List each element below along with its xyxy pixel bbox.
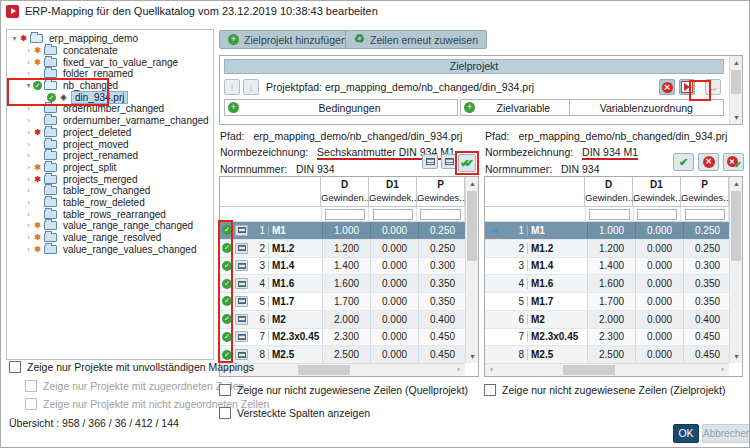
table-row[interactable]: 2M1.21.2000.0000.250 xyxy=(485,240,729,258)
reassign-rows-button[interactable]: ♻ Zeilen erneut zuweisen xyxy=(345,30,487,49)
filter-assigned-rows[interactable]: Zeige nur Projekte mit zugeordneten Zeil… xyxy=(25,380,244,392)
cancel-button[interactable]: Abbrechen xyxy=(702,424,750,443)
table-row[interactable]: 4M1.61.6000.0000.350 xyxy=(485,275,729,293)
tree-item-ordernumber_changed[interactable]: ›ordernumber_changed xyxy=(7,103,213,115)
tree-item-fixed_var_to_value_range[interactable]: ›✱fixed_var_to_value_range xyxy=(7,56,213,68)
reject-accept-button[interactable]: ✕✔ xyxy=(723,153,744,171)
chevron-right-icon[interactable]: › xyxy=(24,198,33,207)
table-row[interactable]: 7M2.3x0.452.3000.0000.450 xyxy=(485,329,729,347)
tree-item-project_renamed[interactable]: ›project_renamed xyxy=(7,150,213,162)
scroll-down-icon[interactable]: ▼ xyxy=(466,350,479,363)
source-table-vscrollbar[interactable]: ▲ ▼ xyxy=(465,177,478,363)
transfer-button[interactable]: → xyxy=(705,79,721,95)
chevron-right-icon[interactable]: › xyxy=(24,221,33,230)
chevron-right-icon[interactable]: › xyxy=(24,186,33,195)
filter-incomplete-mappings[interactable]: Zeige nur Projekte mit unvollständigen M… xyxy=(9,361,254,373)
source-table-hscrollbar[interactable]: ‹ › xyxy=(220,363,465,376)
conditions-column-header[interactable]: + Bedingungen xyxy=(224,99,458,116)
filter-input-P[interactable] xyxy=(420,209,460,220)
tree-item-ordernumber_varname_changed[interactable]: ›ordernumber_varname_changed xyxy=(7,115,213,127)
move-down-button[interactable]: ↓ xyxy=(243,79,259,95)
chevron-right-icon[interactable]: › xyxy=(24,175,33,184)
table-row[interactable]: 6M22.0000.0000.400 xyxy=(485,311,729,329)
scroll-up-icon[interactable]: ▲ xyxy=(730,177,743,190)
scroll-right-icon[interactable]: › xyxy=(452,364,465,377)
row-assign-button[interactable] xyxy=(235,278,248,289)
table-row[interactable]: ✓3M1.41.4000.0000.300 xyxy=(220,258,465,276)
chevron-right-icon[interactable]: › xyxy=(24,163,33,172)
row-assign-button[interactable] xyxy=(235,331,248,342)
tree-item-table_row_changed[interactable]: ›table_row_changed xyxy=(7,185,213,197)
table-row[interactable]: ✓8M2.52.5000.0000.450 xyxy=(220,346,465,363)
show-hidden-columns[interactable]: Versteckte Spalten anzeigen xyxy=(219,407,370,419)
table-row[interactable]: ✓4M1.61.6000.0000.350 xyxy=(220,275,465,293)
accept-button[interactable]: ✔ xyxy=(673,153,694,171)
chevron-right-icon[interactable]: › xyxy=(24,69,33,78)
target-panel-scrollbar[interactable]: ▲ ▼ xyxy=(729,56,742,124)
tree-item-erp_mapping_demo[interactable]: ▾✱erp_mapping_demo xyxy=(7,33,213,45)
unassign-row-button[interactable] xyxy=(441,154,457,169)
filter-input-D[interactable] xyxy=(589,209,629,220)
table-row[interactable]: ✓1M11.0000.0000.250 xyxy=(220,222,465,240)
row-assign-button[interactable] xyxy=(235,349,248,360)
table-row[interactable]: ➜1M11.0000.0000.250 xyxy=(485,222,729,240)
row-assign-button[interactable] xyxy=(235,243,248,254)
chevron-right-icon[interactable]: › xyxy=(24,210,33,219)
tree-item-project_deleted[interactable]: ›✱project_deleted xyxy=(7,127,213,139)
chevron-right-icon[interactable]: › xyxy=(24,46,33,55)
table-row[interactable]: ✓7M2.3x0.452.3000.0000.450 xyxy=(220,329,465,347)
scroll-down-icon[interactable]: ▼ xyxy=(730,350,743,363)
column-header-D1[interactable]: D1Gewindek... xyxy=(369,177,417,206)
table-row[interactable]: 8M2.52.5000.0000.450 xyxy=(485,346,729,363)
row-assign-button[interactable] xyxy=(235,296,248,307)
table-row[interactable]: ✓2M1.21.2000.0000.250 xyxy=(220,240,465,258)
delete-target-button[interactable]: ✕ xyxy=(659,79,675,95)
row-assign-button[interactable] xyxy=(235,314,248,325)
add-target-project-button[interactable]: + Zielprojekt hinzufügen xyxy=(219,30,356,49)
scroll-up-icon[interactable]: ▲ xyxy=(466,177,479,190)
run-mapping-button[interactable] xyxy=(679,79,695,95)
accept-all-rows-button[interactable]: ✔✔ xyxy=(458,154,476,172)
filter-input-P[interactable] xyxy=(685,209,725,220)
ok-button[interactable]: OK xyxy=(673,424,699,443)
chevron-right-icon[interactable]: › xyxy=(24,140,33,149)
filter-input-D[interactable] xyxy=(325,209,365,220)
chevron-down-icon[interactable]: ▾ xyxy=(10,34,19,43)
checkbox-icon[interactable] xyxy=(219,384,231,396)
table-row[interactable]: ✓5M1.71.7000.0000.350 xyxy=(220,293,465,311)
tree-item-project_split[interactable]: ›✱project_split xyxy=(7,162,213,174)
filter-unassigned-target[interactable]: Zeige nur nicht zugewiesene Zeilen (Ziel… xyxy=(484,384,726,396)
checkbox-icon[interactable] xyxy=(484,384,496,396)
target-variable-column-header[interactable]: + Zielvariable xyxy=(460,99,570,116)
scroll-left-icon[interactable]: ‹ xyxy=(485,364,498,377)
tree-item-value_range_resolved[interactable]: ›✱value_range_resolved xyxy=(7,232,213,244)
tree-item-folder_renamed[interactable]: ›folder_renamed xyxy=(7,68,213,80)
table-row[interactable]: ✓6M22.0000.0000.400 xyxy=(220,311,465,329)
move-up-button[interactable]: ↑ xyxy=(224,79,240,95)
column-header-D[interactable]: DGewinden... xyxy=(321,177,369,206)
checkbox-icon[interactable] xyxy=(219,407,231,419)
scroll-right-icon[interactable]: › xyxy=(716,364,729,377)
chevron-right-icon[interactable]: › xyxy=(24,233,33,242)
tree-item-din_934.prj[interactable]: ✓◈din_934.prj xyxy=(7,91,213,103)
chevron-right-icon[interactable]: › xyxy=(24,128,33,137)
row-assign-button[interactable] xyxy=(235,260,248,271)
tree-item-concatenate[interactable]: ›✱concatenate xyxy=(7,45,213,57)
tree-item-table_rows_rearranged[interactable]: ›table_rows_rearranged xyxy=(7,208,213,220)
checkbox-icon[interactable] xyxy=(9,361,21,373)
chevron-down-icon[interactable]: ▾ xyxy=(24,81,33,90)
column-header-D[interactable]: DGewinden... xyxy=(585,177,633,206)
tree-item-table_row_deleted[interactable]: ›table_row_deleted xyxy=(7,197,213,209)
reject-button[interactable]: ✕ xyxy=(698,153,719,171)
column-header-P[interactable]: PGewindes... xyxy=(417,177,465,206)
table-row[interactable]: 5M1.71.7000.0000.350 xyxy=(485,293,729,311)
chevron-right-icon[interactable]: › xyxy=(24,116,33,125)
target-table-vscrollbar[interactable]: ▲ ▼ xyxy=(729,177,742,363)
variable-mapping-column-header[interactable]: Variablenzuordnung xyxy=(570,99,724,116)
chevron-right-icon[interactable]: › xyxy=(24,245,33,254)
scroll-down-icon[interactable]: ▼ xyxy=(730,111,743,124)
filter-input-D1[interactable] xyxy=(373,209,413,220)
chevron-right-icon[interactable]: › xyxy=(24,58,33,67)
checkbox-icon[interactable] xyxy=(25,380,37,392)
checkbox-icon[interactable] xyxy=(25,398,37,410)
